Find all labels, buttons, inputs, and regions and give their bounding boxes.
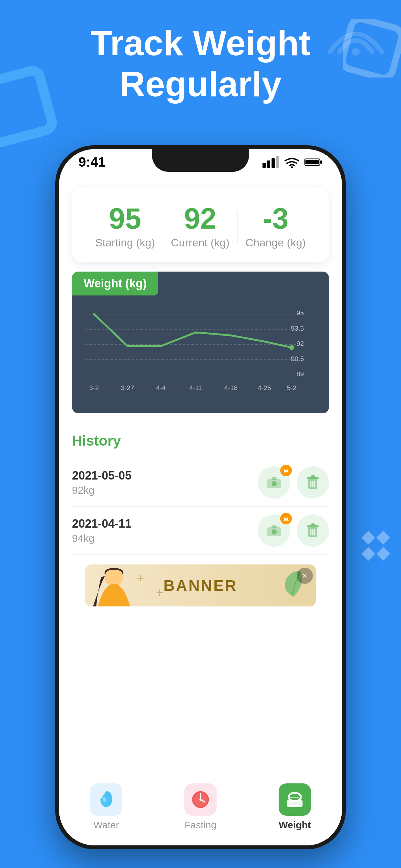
crown-icon-1 [283,468,289,473]
svg-rect-43 [307,525,319,527]
diamonds-decoration [364,533,388,559]
wifi-icon [284,156,299,168]
svg-point-6 [291,166,293,168]
stat-divider-2 [237,211,238,243]
phone-outer: 9:41 [55,145,346,849]
svg-text:4-25: 4-25 [258,384,271,392]
weight-chart-svg: 95 93.5 92 90.5 89 [85,302,316,399]
signal-icon [263,156,279,168]
svg-rect-58 [290,797,299,798]
history-actions-1 [258,466,329,499]
svg-rect-8 [320,160,322,164]
svg-point-20 [289,345,294,350]
banner-plus-1: + [136,571,144,585]
banner-close-button[interactable]: × [297,568,313,584]
camera-button-2[interactable] [258,515,290,547]
scale-icon [285,790,305,809]
svg-text:4-4: 4-4 [156,384,166,392]
svg-rect-34 [311,475,315,477]
svg-rect-5 [276,156,279,168]
current-label: Current (kg) [171,237,229,249]
status-icons [263,156,322,168]
chart-header: Weight (kg) [72,272,158,296]
history-weight-2: 94kg [72,532,131,545]
tab-bar: Water Fas [59,781,342,845]
history-item-2: 2021-04-11 94kg [72,507,329,555]
chart-body: 95 93.5 92 90.5 89 [72,296,329,413]
close-icon: × [302,570,307,581]
crown-icon-2 [283,516,289,521]
weight-chart-container: Weight (kg) 95 93. [72,272,329,413]
svg-text:4-18: 4-18 [224,384,237,392]
stat-starting: 95 Starting (kg) [95,204,155,249]
history-date-1: 2021-05-05 [72,469,131,483]
svg-rect-3 [267,160,270,168]
svg-rect-59 [289,805,300,807]
phone-mockup: 9:41 [55,145,346,849]
girl-illustration [91,564,136,607]
badge-2 [280,513,292,524]
svg-rect-4 [272,158,275,168]
camera-button-1[interactable] [258,466,290,499]
badge-1 [280,465,292,476]
banner-plus-2: + [156,585,163,600]
svg-text:93.5: 93.5 [291,324,304,332]
weight-tab-label: Weight [279,819,311,831]
svg-text:3-2: 3-2 [89,384,99,392]
stats-card: 95 Starting (kg) 92 Current (kg) -3 Chan… [72,188,329,262]
history-info-2: 2021-04-11 94kg [72,517,131,545]
tab-fasting[interactable]: Fasting [184,783,217,831]
svg-rect-30 [272,477,277,480]
tab-water[interactable]: Water [90,783,122,831]
history-section: History 2021-05-05 92kg [59,423,342,564]
history-date-2: 2021-04-11 [72,517,131,531]
banner: + + BANNER × [85,564,316,607]
hero-title-block: Track Weight Regularly [0,23,401,104]
svg-rect-2 [263,163,266,168]
svg-text:95: 95 [297,309,304,316]
svg-text:5-2: 5-2 [287,384,297,392]
banner-girl [91,564,136,607]
trash-icon-2 [307,523,319,538]
svg-rect-40 [272,525,277,528]
svg-text:4-11: 4-11 [189,384,203,392]
trash-icon-1 [307,475,319,490]
stat-divider-1 [163,211,163,243]
status-bar: 9:41 [59,149,342,175]
history-actions-2 [258,515,329,547]
stat-current: 92 Current (kg) [171,204,229,249]
history-item: 2021-05-05 92kg [72,459,329,507]
starting-label: Starting (kg) [95,237,155,249]
banner-text: BANNER [163,577,237,594]
fasting-tab-icon [184,783,217,816]
svg-text:89: 89 [297,370,304,377]
svg-text:90.5: 90.5 [291,355,304,362]
battery-icon [305,158,322,166]
history-info-1: 2021-05-05 92kg [72,469,131,496]
fasting-tab-label: Fasting [185,819,216,831]
svg-rect-44 [311,523,315,525]
weight-tab-icon [279,783,311,816]
camera-icon-1 [267,476,281,488]
banner-wrapper: + + BANNER × [59,564,342,616]
delete-button-2[interactable] [297,515,329,547]
phone-inner: 9:41 [59,149,342,845]
status-time: 9:41 [79,154,105,170]
notch [152,149,249,172]
water-drop-icon [98,790,115,809]
svg-point-48 [105,568,123,586]
svg-marker-31 [283,469,289,472]
svg-marker-41 [283,517,289,521]
svg-point-54 [199,798,202,801]
history-weight-1: 92kg [72,485,131,496]
change-label: Change (kg) [245,237,306,249]
hero-title: Track Weight Regularly [26,23,375,104]
clock-icon [191,790,210,809]
delete-button-1[interactable] [297,466,329,499]
change-value: -3 [245,204,306,233]
stat-change: -3 Change (kg) [245,204,306,249]
chart-title: Weight (kg) [84,277,147,290]
svg-point-39 [272,529,277,534]
tab-weight[interactable]: Weight [279,783,311,831]
camera-icon-2 [267,525,281,536]
